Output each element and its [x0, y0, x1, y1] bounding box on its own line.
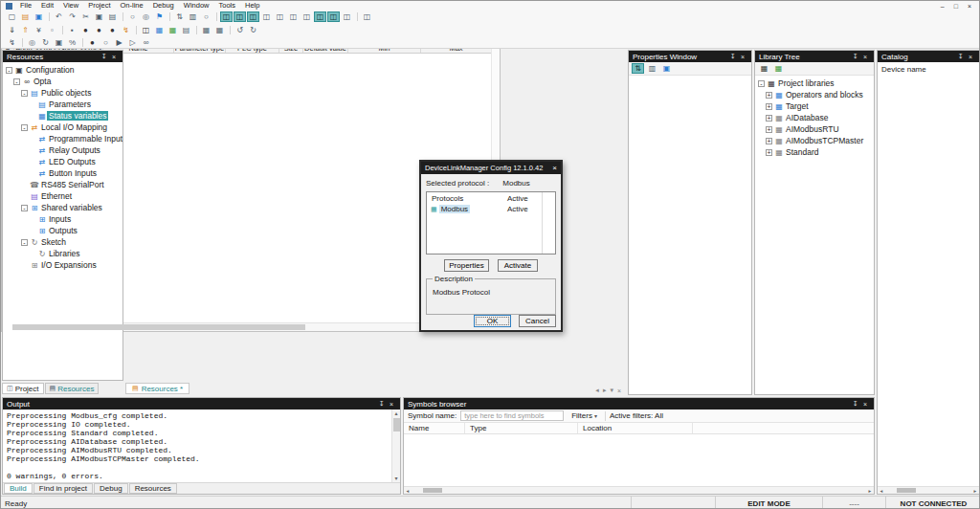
- tree-item[interactable]: ⊞ Inputs: [3, 213, 122, 225]
- tree-item[interactable]: + ▦ Target: [755, 100, 874, 112]
- scroll-right-icon[interactable]: ▸: [866, 488, 874, 494]
- tree-item[interactable]: + ▦ Standard: [755, 146, 874, 158]
- print-icon[interactable]: ▥: [187, 11, 199, 22]
- expander-icon[interactable]: [29, 147, 35, 154]
- close-icon[interactable]: ×: [109, 54, 119, 60]
- separator[interactable]: [133, 25, 139, 35]
- expander-icon[interactable]: -: [21, 124, 28, 131]
- pin-icon[interactable]: ↧: [851, 400, 860, 408]
- tree-item[interactable]: ⇄ Programmable Inputs: [3, 133, 122, 144]
- tree-item[interactable]: ⊞ I/O Expansions: [3, 259, 122, 271]
- download-code-icon[interactable]: ⇓: [6, 25, 18, 35]
- watch-icon[interactable]: ◎: [26, 37, 38, 48]
- separator[interactable]: [354, 11, 360, 22]
- expander-icon[interactable]: [29, 170, 35, 177]
- redo-icon[interactable]: ↷: [66, 11, 78, 22]
- data-block-icon[interactable]: ▦: [167, 25, 179, 35]
- connect-icon[interactable]: ¥: [33, 25, 45, 35]
- expander-icon[interactable]: [21, 262, 28, 269]
- flash-icon[interactable]: ↯: [120, 25, 132, 35]
- expander-icon[interactable]: -: [21, 239, 28, 246]
- tree-item[interactable]: ⇄ Relay Outputs: [3, 144, 122, 156]
- close-icon[interactable]: ×: [966, 54, 975, 60]
- cut-icon[interactable]: ✂: [79, 11, 92, 22]
- dialog-title-bar[interactable]: DeviceLinkManager Config 12.1.0.42 ×: [421, 162, 561, 174]
- toggle-operators-window-icon[interactable]: ◫: [301, 11, 313, 22]
- horizontal-scrollbar[interactable]: ◂ ▸: [2, 322, 491, 331]
- symbol-search-input[interactable]: [460, 410, 564, 421]
- expander-icon[interactable]: +: [766, 115, 772, 122]
- toggle-library-window-icon[interactable]: ◫: [247, 11, 259, 22]
- separator[interactable]: [227, 25, 233, 35]
- tree-item[interactable]: - ▤ Public objects: [3, 87, 122, 99]
- navigate-back-icon[interactable]: ↺: [234, 25, 246, 35]
- toggle-watch-window-icon[interactable]: ◫: [260, 11, 273, 22]
- expander-icon[interactable]: [29, 251, 35, 257]
- bookmark-icon[interactable]: ⚑: [153, 11, 166, 22]
- open-project-icon[interactable]: ▤: [19, 11, 32, 22]
- categorized-view-icon[interactable]: ⇅: [632, 63, 644, 74]
- document-tab-resources[interactable]: ▤ Resources *: [125, 383, 189, 394]
- live-debug-icon[interactable]: ∞: [140, 37, 152, 48]
- scrollbar-thumb[interactable]: [393, 418, 400, 432]
- halt-icon[interactable]: ▪: [66, 25, 78, 35]
- pin-icon[interactable]: ↧: [728, 53, 738, 60]
- goto-symbol-icon[interactable]: ⇅: [173, 11, 186, 22]
- tree-item[interactable]: - ∞ Opta: [3, 76, 122, 87]
- symbols-table-body[interactable]: [404, 434, 874, 486]
- menu-item[interactable]: File: [15, 1, 36, 11]
- expander-icon[interactable]: -: [21, 90, 28, 97]
- menu-item[interactable]: View: [58, 1, 83, 11]
- tree-item[interactable]: ↻ Libraries: [3, 248, 122, 259]
- record-icon[interactable]: ●: [86, 37, 99, 48]
- tab-strip-control-icon[interactable]: ▾: [610, 387, 613, 394]
- tab-strip-control-icon[interactable]: ×: [617, 387, 621, 394]
- output-tab[interactable]: Find in project: [33, 483, 93, 494]
- protocol-row[interactable]: ▦ Modbus Active: [427, 204, 555, 214]
- tree-item[interactable]: + ▦ AIModbusRTU: [755, 123, 874, 135]
- menu-item[interactable]: Window: [179, 1, 214, 11]
- toggle-crossref-window-icon[interactable]: ◫: [341, 11, 353, 22]
- upload-code-icon[interactable]: ⇑: [19, 25, 32, 35]
- tree-item[interactable]: ▦ Status variables: [3, 110, 122, 122]
- hot-restart-icon[interactable]: ●: [106, 25, 119, 35]
- workspace-tab[interactable]: ▤ Resources: [45, 383, 100, 394]
- grid-view-icon[interactable]: ▦: [200, 25, 212, 35]
- expander-icon[interactable]: [21, 182, 28, 188]
- scroll-down-icon[interactable]: ▾: [394, 475, 397, 482]
- pin-icon[interactable]: ↧: [851, 53, 860, 60]
- scrollbar-thumb[interactable]: [12, 324, 305, 330]
- menu-item[interactable]: On-line: [116, 1, 148, 11]
- horizontal-scrollbar[interactable]: ◂ ▸: [404, 486, 874, 494]
- expander-icon[interactable]: [29, 101, 35, 108]
- scroll-left-icon[interactable]: ◂: [878, 488, 885, 494]
- fullscreen-icon[interactable]: ◫: [361, 11, 373, 22]
- rebuild-icon[interactable]: ↯: [6, 37, 18, 48]
- oscilloscope-icon[interactable]: ↻: [39, 37, 52, 48]
- undo-icon[interactable]: ↶: [53, 11, 65, 22]
- separator[interactable]: [213, 11, 219, 22]
- close-icon[interactable]: ×: [968, 3, 971, 10]
- ok-button[interactable]: OK: [474, 315, 511, 327]
- output-tab[interactable]: Resources: [129, 483, 177, 494]
- menu-item[interactable]: Edit: [36, 1, 58, 11]
- tab-strip-control-icon[interactable]: ▸: [603, 387, 607, 394]
- tree-item[interactable]: ☎ RS485 SerialPort: [3, 179, 122, 190]
- maximize-icon[interactable]: □: [954, 3, 958, 10]
- properties-button[interactable]: Properties: [444, 259, 489, 272]
- cold-restart-icon[interactable]: ●: [79, 25, 92, 35]
- save-project-icon[interactable]: ▣: [33, 11, 45, 22]
- tree-item[interactable]: ▤ Parameters: [3, 99, 122, 110]
- tree-item[interactable]: ⇄ Button Inputs: [3, 167, 122, 179]
- menu-item[interactable]: Project: [83, 1, 115, 11]
- expander-icon[interactable]: -: [6, 67, 12, 74]
- menu-item[interactable]: Tools: [213, 1, 240, 11]
- target-icon[interactable]: ▫: [46, 25, 58, 35]
- print-icon[interactable]: ▥: [646, 63, 658, 74]
- tree-item[interactable]: ⇄ LED Outputs: [3, 156, 122, 167]
- expander-icon[interactable]: +: [766, 138, 772, 144]
- scroll-left-icon[interactable]: ◂: [404, 488, 412, 494]
- tab-strip-control-icon[interactable]: ◂: [595, 387, 599, 394]
- expander-icon[interactable]: +: [766, 126, 772, 133]
- tree-item[interactable]: ⊞ Outputs: [3, 225, 122, 236]
